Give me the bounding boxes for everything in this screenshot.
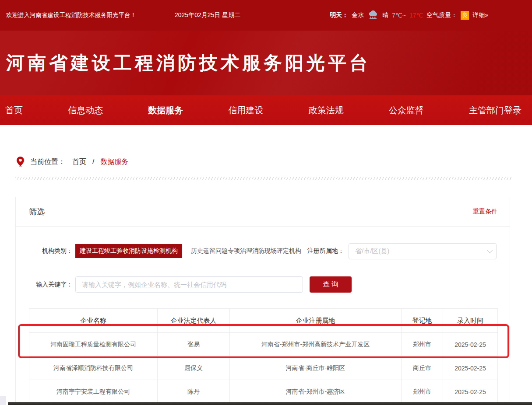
keyword-label: 输入关键字： [29,281,73,289]
table-cell: 屈保义 [158,356,230,380]
table-cell: 河南固瑞工程质量检测有限公司 [29,333,158,356]
breadcrumb: 当前位置： 首页 / 数据服务 [17,156,532,168]
nav-item-1[interactable]: 信息动态 [68,105,103,116]
panel-title: 筛选 [29,206,45,217]
table-cell: 陈丹 [158,380,230,404]
region-filter-group: 注册所属地： 省/市/区(县) [307,243,497,259]
main-nav: 首页信息动态数据服务信用建设政策法规公众监督主管部门登录 [0,95,532,125]
breadcrumb-home-link[interactable]: 首页 [72,157,86,167]
table-cell: 郑州市 [402,333,443,356]
column-header: 企业法定代表人 [158,309,230,333]
nav-item-0[interactable]: 首页 [5,105,23,116]
table-row-0[interactable]: 河南固瑞工程质量检测有限公司张易河南省-郑州市-郑州高新技术产业开发区郑州市20… [29,333,498,356]
table-header-row: 企业名称企业法定代表人企业注册属地登记地录入时间 [29,309,498,333]
horizontal-scrollbar[interactable] [8,402,532,405]
category-option-1[interactable]: 历史遗留问题专项治理消防现场评定机构 [187,244,306,258]
weather-detail-link[interactable]: 详细» [472,11,488,19]
table-cell: 郑州市 [402,380,443,404]
weather-district: 金水 [352,11,364,19]
table-cell: 2025-02-25 [443,356,498,380]
column-header: 企业注册属地 [230,309,402,333]
table-cell: 2025-02-25 [443,380,498,404]
air-quality-label: 空气质量： [426,11,457,19]
category-filter-row: 机构类别： 建设工程竣工验收消防设施检测机构历史遗留问题专项治理消防现场评定机构… [29,243,497,259]
site-header: 河南省建设工程消防技术服务阳光平台 [0,31,532,95]
reset-filters-link[interactable]: 重置条件 [473,208,497,216]
filter-panel-body: 机构类别： 建设工程竣工验收消防设施检测机构历史遗留问题专项治理消防现场评定机构… [16,243,510,404]
region-select[interactable]: 省/市/区(县) [349,243,497,259]
table-row-2[interactable]: 河南宇宁安装工程有限公司陈丹河南省-郑州市-惠济区郑州市2025-02-25 [29,380,498,404]
filter-panel: 筛选 重置条件 机构类别： 建设工程竣工验收消防设施检测机构历史遗留问题专项治理… [15,197,510,405]
air-quality-badge: 良 [461,11,469,20]
column-header: 登记地 [402,309,443,333]
table-cell: 河南省泽顺消防科技有限公司 [29,356,158,380]
table-row-1[interactable]: 河南省泽顺消防科技有限公司屈保义河南省-商丘市-睢阳区商丘市2025-02-25 [29,356,498,380]
temp-high: 17℃ [409,12,423,19]
column-header: 企业名称 [29,309,158,333]
location-pin-icon [17,157,24,167]
search-button[interactable]: 查 询 [310,276,352,293]
table-cell: 河南省-郑州市-郑州高新技术产业开发区 [230,333,402,356]
table-cell: 商丘市 [402,356,443,380]
breadcrumb-current-link[interactable]: 数据服务 [100,157,128,167]
category-label: 机构类别： [29,247,73,255]
breadcrumb-label: 当前位置： [30,157,65,167]
chevron-down-icon [487,248,493,253]
keyword-input[interactable] [75,276,303,293]
nav-item-4[interactable]: 政策法规 [309,105,344,116]
results-table: 企业名称企业法定代表人企业注册属地登记地录入时间 河南固瑞工程质量检测有限公司张… [29,308,498,404]
table-cell: 2025-02-25 [443,333,498,356]
table-cell: 河南省-商丘市-睢阳区 [230,356,402,380]
weather-tomorrow-label: 明天： [330,11,348,19]
topbar: 欢迎进入河南省建设工程消防技术服务阳光平台！ 2025年02月25日 星期二 明… [0,0,532,31]
divider-hatch [15,177,512,180]
breadcrumb-separator: / [92,158,94,166]
nav-item-6[interactable]: 主管部门登录 [469,105,521,116]
nav-item-3[interactable]: 信用建设 [228,105,263,116]
welcome-text: 欢迎进入河南省建设工程消防技术服务阳光平台！ [6,11,136,19]
page-content: 当前位置： 首页 / 数据服务 筛选 重置条件 机构类别： 建设工程竣工验收消防… [0,156,532,405]
filter-panel-header: 筛选 重置条件 [16,197,510,227]
region-label: 注册所属地： [307,247,344,255]
temp-low: 7℃~ [392,12,406,19]
site-title: 河南省建设工程消防技术服务阳光平台 [0,51,371,75]
category-option-0[interactable]: 建设工程竣工验收消防设施检测机构 [75,244,182,258]
nav-item-5[interactable]: 公众监督 [389,105,424,116]
cloud-rain-icon [367,10,379,20]
keyword-filter-row: 输入关键字： 查 询 [29,276,497,293]
table-cell: 河南宇宁安装工程有限公司 [29,380,158,404]
date-text: 2025年02月25日 星期二 [175,11,240,19]
table-cell: 河南省-郑州市-惠济区 [230,380,402,404]
weather-widget: 明天： 金水 晴 7℃~ 17℃ 空气质量： 良 详细» [330,10,488,20]
column-header: 录入时间 [443,309,498,333]
bottom-left-corner [0,396,6,405]
nav-item-2[interactable]: 数据服务 [148,105,183,116]
weather-condition: 晴 [382,11,388,19]
category-options: 建设工程竣工验收消防设施检测机构历史遗留问题专项治理消防现场评定机构 [75,244,306,258]
table-cell: 张易 [158,333,230,356]
region-select-placeholder: 省/市/区(县) [355,247,487,255]
